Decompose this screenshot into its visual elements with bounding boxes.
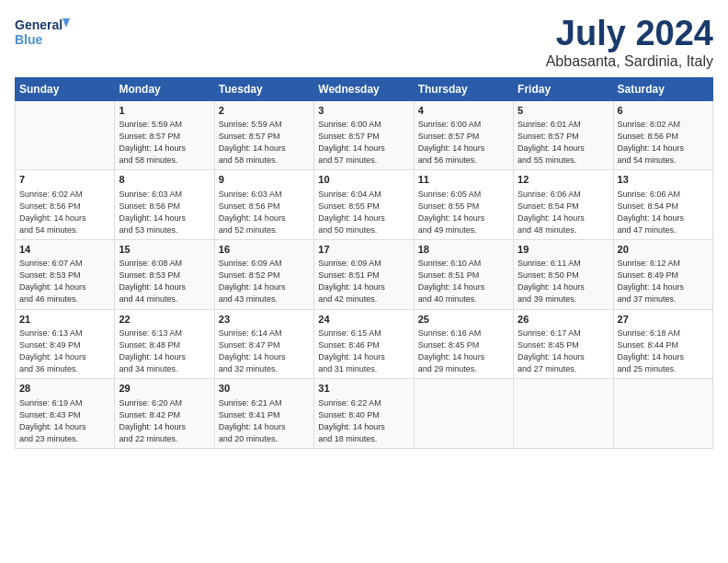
calendar-cell <box>514 379 613 449</box>
calendar-cell: 31Sunrise: 6:22 AM Sunset: 8:40 PM Dayli… <box>314 379 414 449</box>
calendar-cell: 29Sunrise: 6:20 AM Sunset: 8:42 PM Dayli… <box>115 379 214 449</box>
calendar-cell <box>613 379 712 449</box>
page-title: July 2024 <box>546 15 713 53</box>
day-number: 11 <box>418 173 509 187</box>
day-info: Sunrise: 6:09 AM Sunset: 8:51 PM Dayligh… <box>318 258 409 305</box>
day-number: 14 <box>19 243 110 257</box>
day-info: Sunrise: 6:13 AM Sunset: 8:48 PM Dayligh… <box>119 327 210 375</box>
header-monday: Monday <box>115 77 214 100</box>
calendar-cell: 16Sunrise: 6:09 AM Sunset: 8:52 PM Dayli… <box>214 239 313 309</box>
day-info: Sunrise: 6:22 AM Sunset: 8:40 PM Dayligh… <box>318 397 409 445</box>
calendar-cell: 11Sunrise: 6:05 AM Sunset: 8:55 PM Dayli… <box>414 170 513 240</box>
calendar-cell: 20Sunrise: 6:12 AM Sunset: 8:49 PM Dayli… <box>613 239 712 309</box>
calendar-cell: 25Sunrise: 6:16 AM Sunset: 8:45 PM Dayli… <box>414 309 513 379</box>
calendar-cell: 12Sunrise: 6:06 AM Sunset: 8:54 PM Dayli… <box>514 170 613 240</box>
calendar-week-2: 7Sunrise: 6:02 AM Sunset: 8:56 PM Daylig… <box>16 170 713 240</box>
day-number: 9 <box>219 173 310 187</box>
calendar-cell: 9Sunrise: 6:03 AM Sunset: 8:56 PM Daylig… <box>214 170 313 240</box>
day-number: 28 <box>19 382 110 396</box>
calendar-cell: 23Sunrise: 6:14 AM Sunset: 8:47 PM Dayli… <box>214 309 313 379</box>
calendar-week-5: 28Sunrise: 6:19 AM Sunset: 8:43 PM Dayli… <box>16 379 713 449</box>
day-number: 21 <box>19 313 110 327</box>
day-info: Sunrise: 6:03 AM Sunset: 8:56 PM Dayligh… <box>219 189 310 236</box>
day-number: 19 <box>518 243 609 257</box>
day-number: 2 <box>219 104 310 118</box>
day-number: 13 <box>618 173 709 187</box>
calendar-cell: 4Sunrise: 6:00 AM Sunset: 8:57 PM Daylig… <box>414 100 513 170</box>
day-info: Sunrise: 6:01 AM Sunset: 8:57 PM Dayligh… <box>518 119 609 167</box>
header-friday: Friday <box>514 77 613 100</box>
calendar-cell: 7Sunrise: 6:02 AM Sunset: 8:56 PM Daylig… <box>16 170 115 240</box>
day-info: Sunrise: 6:13 AM Sunset: 8:49 PM Dayligh… <box>19 327 110 375</box>
day-number: 23 <box>219 313 310 327</box>
day-info: Sunrise: 6:07 AM Sunset: 8:53 PM Dayligh… <box>19 258 110 305</box>
day-info: Sunrise: 6:02 AM Sunset: 8:56 PM Dayligh… <box>19 189 110 236</box>
day-info: Sunrise: 6:00 AM Sunset: 8:57 PM Dayligh… <box>318 119 409 167</box>
calendar-cell: 19Sunrise: 6:11 AM Sunset: 8:50 PM Dayli… <box>514 239 613 309</box>
calendar-table: Sunday Monday Tuesday Wednesday Thursday… <box>15 77 713 449</box>
day-number: 31 <box>318 382 409 396</box>
day-number: 26 <box>518 313 609 327</box>
day-info: Sunrise: 5:59 AM Sunset: 8:57 PM Dayligh… <box>119 119 210 167</box>
calendar-cell: 13Sunrise: 6:06 AM Sunset: 8:54 PM Dayli… <box>613 170 712 240</box>
day-info: Sunrise: 6:03 AM Sunset: 8:56 PM Dayligh… <box>119 189 210 236</box>
day-number: 15 <box>119 243 210 257</box>
calendar-cell: 30Sunrise: 6:21 AM Sunset: 8:41 PM Dayli… <box>214 379 313 449</box>
header-row: Sunday Monday Tuesday Wednesday Thursday… <box>16 77 713 100</box>
day-number: 27 <box>618 313 709 327</box>
title-block: July 2024 Abbasanta, Sardinia, Italy <box>546 15 713 70</box>
day-info: Sunrise: 6:09 AM Sunset: 8:52 PM Dayligh… <box>219 258 310 305</box>
calendar-week-4: 21Sunrise: 6:13 AM Sunset: 8:49 PM Dayli… <box>16 309 713 379</box>
page-subtitle: Abbasanta, Sardinia, Italy <box>546 53 713 70</box>
day-info: Sunrise: 6:14 AM Sunset: 8:47 PM Dayligh… <box>219 327 310 375</box>
calendar-cell: 10Sunrise: 6:04 AM Sunset: 8:55 PM Dayli… <box>314 170 414 240</box>
day-info: Sunrise: 6:12 AM Sunset: 8:49 PM Dayligh… <box>618 258 709 305</box>
day-info: Sunrise: 6:11 AM Sunset: 8:50 PM Dayligh… <box>518 258 609 305</box>
day-number: 25 <box>418 313 509 327</box>
day-info: Sunrise: 6:18 AM Sunset: 8:44 PM Dayligh… <box>618 327 709 375</box>
svg-text:Blue: Blue <box>15 32 43 47</box>
calendar-cell: 15Sunrise: 6:08 AM Sunset: 8:53 PM Dayli… <box>115 239 214 309</box>
day-info: Sunrise: 6:17 AM Sunset: 8:45 PM Dayligh… <box>518 327 609 375</box>
calendar-cell: 6Sunrise: 6:02 AM Sunset: 8:56 PM Daylig… <box>613 100 712 170</box>
calendar-week-3: 14Sunrise: 6:07 AM Sunset: 8:53 PM Dayli… <box>16 239 713 309</box>
svg-marker-2 <box>63 18 70 28</box>
day-number: 20 <box>618 243 709 257</box>
header-thursday: Thursday <box>414 77 513 100</box>
calendar-cell <box>16 100 115 170</box>
day-number: 18 <box>418 243 509 257</box>
day-info: Sunrise: 6:21 AM Sunset: 8:41 PM Dayligh… <box>219 397 310 445</box>
day-info: Sunrise: 6:10 AM Sunset: 8:51 PM Dayligh… <box>418 258 509 305</box>
day-info: Sunrise: 6:19 AM Sunset: 8:43 PM Dayligh… <box>19 397 110 445</box>
calendar-cell: 1Sunrise: 5:59 AM Sunset: 8:57 PM Daylig… <box>115 100 214 170</box>
day-info: Sunrise: 6:05 AM Sunset: 8:55 PM Dayligh… <box>418 189 509 236</box>
day-number: 10 <box>318 173 409 187</box>
day-number: 4 <box>418 104 509 118</box>
calendar-cell: 22Sunrise: 6:13 AM Sunset: 8:48 PM Dayli… <box>115 309 214 379</box>
calendar-cell: 5Sunrise: 6:01 AM Sunset: 8:57 PM Daylig… <box>514 100 613 170</box>
day-number: 6 <box>618 104 709 118</box>
day-number: 17 <box>318 243 409 257</box>
day-info: Sunrise: 6:00 AM Sunset: 8:57 PM Dayligh… <box>418 119 509 167</box>
day-info: Sunrise: 6:06 AM Sunset: 8:54 PM Dayligh… <box>618 189 709 236</box>
calendar-cell: 26Sunrise: 6:17 AM Sunset: 8:45 PM Dayli… <box>514 309 613 379</box>
day-number: 5 <box>518 104 609 118</box>
day-number: 22 <box>119 313 210 327</box>
day-number: 29 <box>119 382 210 396</box>
calendar-cell: 24Sunrise: 6:15 AM Sunset: 8:46 PM Dayli… <box>314 309 414 379</box>
calendar-cell: 3Sunrise: 6:00 AM Sunset: 8:57 PM Daylig… <box>314 100 414 170</box>
day-info: Sunrise: 6:20 AM Sunset: 8:42 PM Dayligh… <box>119 397 210 445</box>
logo: General Blue <box>15 15 79 53</box>
calendar-cell: 27Sunrise: 6:18 AM Sunset: 8:44 PM Dayli… <box>613 309 712 379</box>
calendar-cell: 18Sunrise: 6:10 AM Sunset: 8:51 PM Dayli… <box>414 239 513 309</box>
day-info: Sunrise: 6:04 AM Sunset: 8:55 PM Dayligh… <box>318 189 409 236</box>
day-number: 1 <box>119 104 210 118</box>
day-number: 8 <box>119 173 210 187</box>
day-info: Sunrise: 6:15 AM Sunset: 8:46 PM Dayligh… <box>318 327 409 375</box>
calendar-cell <box>414 379 513 449</box>
calendar-week-1: 1Sunrise: 5:59 AM Sunset: 8:57 PM Daylig… <box>16 100 713 170</box>
svg-text:General: General <box>15 17 63 32</box>
day-info: Sunrise: 6:02 AM Sunset: 8:56 PM Dayligh… <box>618 119 709 167</box>
header-tuesday: Tuesday <box>214 77 313 100</box>
day-info: Sunrise: 5:59 AM Sunset: 8:57 PM Dayligh… <box>219 119 310 167</box>
